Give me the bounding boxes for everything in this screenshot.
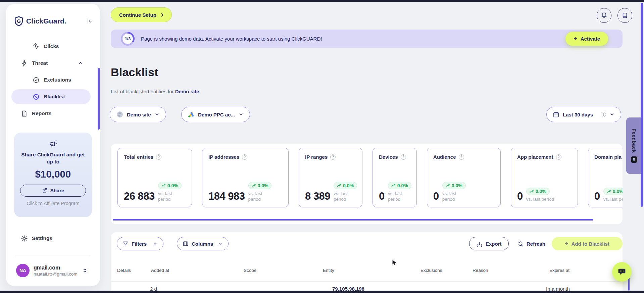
help-icon[interactable]: ? [156, 154, 161, 160]
chevron-up-icon[interactable] [78, 60, 83, 66]
clickguard-logo-icon: G [14, 16, 23, 26]
ppc-account-selector[interactable]: Demo PPC ac... [181, 107, 250, 122]
stat-caption: vs. last period [334, 191, 353, 202]
export-label: Export [486, 241, 502, 247]
chevron-right-icon [160, 12, 165, 17]
trend-up-icon [337, 184, 341, 187]
chevron-down-icon [154, 112, 160, 117]
site-selector[interactable]: Demo site [110, 107, 166, 122]
stat-label: IP ranges [305, 154, 328, 160]
stat-value: 26 883 [124, 190, 155, 202]
external-link-icon [42, 188, 48, 193]
help-icon[interactable]: ? [330, 154, 336, 160]
sidebar-item-threat[interactable]: Threat [6, 56, 100, 70]
add-to-blacklist-button[interactable]: + Add to Blacklist [552, 237, 623, 250]
column-header-added-at: Added at [151, 268, 169, 273]
help-icon[interactable]: ? [556, 154, 561, 160]
sidebar-item-exclusions[interactable]: Exclusions [6, 72, 100, 87]
cell-expires-at: In a month [546, 286, 570, 291]
column-header-scope: Scope [244, 268, 256, 273]
export-button[interactable]: Export [469, 237, 509, 250]
vertical-scrollbar[interactable] [641, 3, 643, 207]
horizontal-scrollbar[interactable] [113, 219, 593, 221]
date-range-selector[interactable]: Last 30 days ? [546, 107, 621, 122]
sidebar-item-blacklist[interactable]: Blacklist [11, 89, 91, 104]
stat-label: Devices [379, 154, 398, 160]
banner-message: Page is showing demo data. Activate your… [141, 30, 322, 48]
sidebar-item-settings[interactable]: Settings [6, 232, 100, 245]
calendar-icon [553, 111, 559, 118]
add-to-blacklist-label: Add to Blacklist [572, 241, 609, 247]
refresh-icon [517, 241, 524, 247]
chat-launcher-button[interactable] [612, 262, 632, 282]
sidebar-item-label: Reports [32, 110, 52, 116]
app-window: G ClickGuard. Clicks Threat [0, 0, 644, 293]
lightning-icon [21, 60, 28, 67]
feedback-label: Feedback [631, 129, 637, 153]
setup-progress-ring: 1/3 [121, 32, 135, 46]
plus-icon: + [565, 240, 568, 247]
activate-label: Activate [581, 36, 600, 42]
account-info: gmail.com naatali.ro@gmail.com [34, 265, 78, 277]
affiliate-promo-card[interactable]: Share ClickGuard and get up to $10,000 S… [14, 133, 92, 217]
chevron-down-icon [152, 241, 158, 246]
table-header-divider [111, 281, 623, 282]
columns-label: Columns [192, 241, 213, 247]
refresh-label: Refresh [527, 241, 545, 247]
subtitle-text: List of blacklisted entities for [111, 89, 174, 94]
stat-label: Domain pla [594, 154, 622, 160]
trend-up-icon [530, 190, 534, 193]
stat-delta: 0.0% [613, 189, 623, 194]
sidebar-collapse-icon[interactable] [86, 17, 93, 25]
sidebar-item-clicks[interactable]: Clicks [6, 39, 100, 54]
stats-panel: Total entries? 26 883 0.0% vs. last peri… [111, 144, 623, 224]
activate-button[interactable]: + Activate [565, 32, 608, 46]
continue-setup-label: Continue Setup [119, 12, 156, 18]
help-icon[interactable]: ? [401, 154, 406, 160]
columns-icon [183, 241, 189, 247]
chevron-up-down-icon[interactable] [82, 267, 88, 274]
cursor-click-icon [33, 43, 40, 50]
stat-value: 0 [379, 190, 385, 202]
stat-caption: vs. last period [248, 191, 268, 202]
stat-delta: 0.0% [343, 183, 354, 188]
stat-card-app-placement: App placement? 0 0.0% vs. last period [511, 148, 578, 207]
help-icon[interactable]: ? [242, 154, 247, 160]
continue-setup-button[interactable]: Continue Setup [111, 7, 172, 22]
stat-card-total-entries: Total entries? 26 883 0.0% vs. last peri… [117, 148, 192, 207]
cell-added-at: 2 d [150, 286, 157, 291]
affiliate-link-label: Click to Affiliate Program [19, 201, 87, 206]
demo-data-banner: 1/3 Page is showing demo data. Activate … [111, 30, 623, 48]
stat-caption: vs. last period [158, 191, 178, 202]
sidebar-scrollbar[interactable] [98, 68, 100, 130]
columns-button[interactable]: Columns [177, 237, 229, 250]
stat-caption: vs. last period [388, 191, 407, 202]
refresh-button[interactable]: Refresh [517, 237, 545, 250]
docs-button[interactable] [617, 8, 632, 23]
account-switcher[interactable]: NA gmail.com naatali.ro@gmail.com [6, 260, 100, 281]
notifications-button[interactable] [597, 8, 611, 23]
ppc-account-value: Demo PPC ac... [198, 112, 235, 117]
table-row[interactable]: 2 d 79.105.98.198 In a month [111, 286, 623, 291]
bell-icon [601, 12, 607, 19]
cell-entity: 79.105.98.198 [332, 286, 364, 291]
trend-up-icon [446, 184, 450, 187]
stat-card-ip-ranges: IP ranges? 8 389 0.0% vs. last period [299, 148, 362, 207]
badge-check-icon [33, 77, 40, 84]
stat-delta: 0.0% [452, 183, 462, 188]
stat-card-ip-addresses: IP addresses? 184 983 0.0% vs. last peri… [202, 148, 289, 207]
sidebar-item-reports[interactable]: Reports [6, 106, 100, 121]
share-button[interactable]: Share [20, 185, 86, 197]
stat-card-domain-placement: Domain pla? 0 0.0% vs. last per [588, 148, 623, 207]
filters-button[interactable]: Filters [117, 237, 163, 250]
help-icon[interactable]: ? [459, 154, 464, 160]
stat-label: Audience [433, 154, 456, 160]
megaphone-icon [19, 139, 87, 148]
filters-label: Filters [132, 241, 147, 247]
help-icon[interactable]: ? [601, 112, 606, 117]
column-header-reason: Reason [473, 268, 488, 273]
globe-icon [116, 111, 123, 118]
funnel-icon [122, 241, 129, 247]
stat-caption: vs. last period [442, 191, 462, 202]
feedback-tab[interactable]: Feedback c: [626, 117, 642, 174]
